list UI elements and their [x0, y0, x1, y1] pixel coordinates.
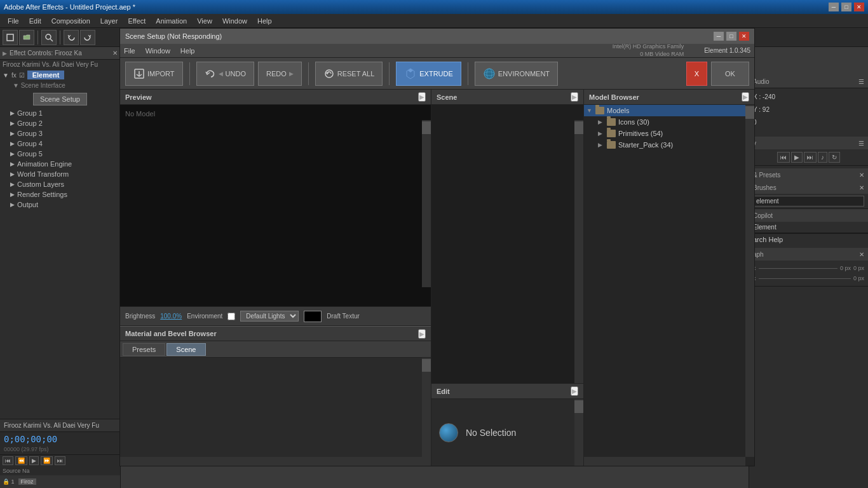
dialog-close[interactable]: ✕: [739, 32, 749, 41]
menu-edit[interactable]: Edit: [24, 16, 46, 26]
toolbar-separator-2: [60, 30, 60, 44]
material-horizontal-scrollbar[interactable]: [120, 457, 422, 466]
maximize-button[interactable]: □: [841, 3, 851, 11]
expand-arrow-2[interactable]: ▼: [13, 82, 21, 89]
dialog-menu-window[interactable]: Window: [146, 47, 170, 55]
environment-button[interactable]: ENVIRONMENT: [475, 62, 558, 86]
environment-label: Environment: [187, 313, 222, 320]
edit-vertical-scrollbar[interactable]: [574, 399, 583, 466]
preview-title: Preview: [125, 93, 152, 101]
render-settings-arrow: ▶: [10, 191, 15, 198]
output-item[interactable]: ▶Output: [0, 200, 120, 210]
menu-layer[interactable]: Layer: [95, 16, 123, 26]
menu-window[interactable]: Window: [217, 16, 252, 26]
model-browser-vertical-scrollbar[interactable]: [745, 105, 754, 457]
transport-start[interactable]: ⏮: [3, 456, 13, 465]
menu-help[interactable]: Help: [252, 16, 277, 26]
x-button[interactable]: X: [686, 62, 707, 86]
pb-next[interactable]: ⏭: [804, 152, 817, 163]
world-transform-item[interactable]: ▶World Transform: [0, 169, 120, 179]
dialog-menu-help[interactable]: Help: [180, 47, 195, 55]
color-swatch[interactable]: [304, 311, 322, 322]
dialog-maximize[interactable]: □: [726, 32, 736, 41]
undo-button[interactable]: ◀ UNDO: [196, 62, 254, 86]
model-tree-starter-pack[interactable]: ▶ Starter_Pack (34): [584, 139, 754, 151]
menu-animation[interactable]: Animation: [151, 16, 192, 26]
group-2-arrow: ▶: [10, 120, 15, 126]
expand-arrow[interactable]: ▼: [3, 72, 9, 79]
custom-layers-item[interactable]: ▶Custom Layers: [0, 179, 120, 189]
material-expand-button[interactable]: ▶: [418, 329, 426, 339]
group-5-arrow: ▶: [10, 151, 15, 157]
render-settings-item[interactable]: ▶Render Settings: [0, 189, 120, 200]
animation-engine-item[interactable]: ▶Animation Engine: [0, 159, 120, 169]
ok-button[interactable]: OK: [711, 62, 749, 86]
transport-play[interactable]: ▶: [29, 456, 39, 465]
group-2-item[interactable]: ▶Group 2: [0, 118, 120, 128]
menu-composition[interactable]: Composition: [46, 16, 95, 26]
close-button[interactable]: ✕: [854, 3, 864, 11]
transport-next-frame[interactable]: ⏩: [41, 456, 53, 465]
menu-file[interactable]: File: [3, 16, 24, 26]
scene-expand-button[interactable]: ▶: [571, 92, 578, 102]
pb-start[interactable]: ⏮: [777, 152, 790, 163]
effects-presets-header: & Presets ✕: [749, 168, 868, 181]
lights-select[interactable]: Default Lights Custom None: [240, 311, 299, 322]
pb-loop[interactable]: ↻: [829, 152, 840, 163]
extrude-button[interactable]: EXTRUDE: [396, 62, 461, 86]
toolbar-open[interactable]: [19, 30, 34, 45]
transport-end[interactable]: ⏭: [55, 456, 65, 465]
toolbar-new[interactable]: [3, 30, 18, 45]
reset-all-button[interactable]: RESET ALL: [315, 62, 383, 86]
model-browser-horizontal-scrollbar[interactable]: [584, 457, 745, 466]
transport-prev-frame[interactable]: ⏪: [15, 456, 27, 465]
toolbar-undo[interactable]: [64, 30, 79, 45]
menu-effect[interactable]: Effect: [123, 16, 151, 26]
redo-button[interactable]: REDO ▶: [258, 62, 302, 86]
pb-audio[interactable]: ♪: [818, 152, 827, 163]
brushes-close[interactable]: ✕: [859, 184, 864, 191]
no-model-text: No Model: [125, 110, 155, 118]
dialog-minimize[interactable]: ─: [714, 32, 724, 41]
toolbar-separator-1: [37, 30, 38, 44]
svg-point-1: [46, 34, 51, 39]
audio-menu-icon[interactable]: ☰: [858, 78, 864, 85]
toolbar-sep-4: [468, 62, 468, 85]
group-3-item[interactable]: ▶Group 3: [0, 128, 120, 139]
tab-scene[interactable]: Scene: [166, 343, 205, 356]
tab-presets[interactable]: Presets: [123, 343, 165, 356]
edit-expand-button[interactable]: ▶: [571, 386, 578, 396]
toolbar-sep-2: [308, 62, 309, 85]
group-1-item[interactable]: ▶Group 1: [0, 108, 120, 118]
element-search-input[interactable]: [753, 196, 864, 207]
scene-title: Scene: [437, 93, 457, 101]
pb-play[interactable]: ▶: [791, 152, 803, 163]
viewer-menu-icon[interactable]: ☰: [858, 140, 864, 147]
import-button[interactable]: IMPORT: [125, 62, 183, 86]
scene-setup-button[interactable]: Scene Setup: [33, 93, 87, 105]
toolbar-search[interactable]: [41, 30, 57, 45]
toolbar-redo[interactable]: [80, 30, 95, 45]
model-browser-expand-button[interactable]: ▶: [742, 92, 749, 102]
presets-close[interactable]: ✕: [859, 172, 864, 179]
model-tree-models[interactable]: ▼ Models: [584, 105, 754, 116]
material-vertical-scrollbar[interactable]: [422, 358, 431, 466]
environment-checkbox[interactable]: [227, 313, 235, 320]
brightness-value[interactable]: 100.0%: [160, 313, 182, 320]
graph-close[interactable]: ✕: [859, 251, 864, 258]
dialog-title-text: Scene Setup (Not Responding): [125, 32, 222, 40]
menu-view[interactable]: View: [192, 16, 217, 26]
preview-expand-button[interactable]: ▶: [418, 92, 426, 102]
preview-vertical-scrollbar[interactable]: [422, 120, 431, 287]
dialog-title-controls: ─ □ ✕: [714, 32, 749, 41]
effect-controls-close[interactable]: ✕: [112, 50, 118, 57]
model-tree-icons[interactable]: ▶ Icons (30): [584, 116, 754, 128]
dialog-menu-file[interactable]: File: [124, 47, 135, 55]
minimize-button[interactable]: ─: [829, 3, 839, 11]
model-tree-primitives[interactable]: ▶ Primitives (54): [584, 128, 754, 139]
group-5-item[interactable]: ▶Group 5: [0, 149, 120, 159]
graph-values: x 0 px 0 px x 0 px: [749, 261, 868, 286]
group-4-item[interactable]: ▶Group 4: [0, 139, 120, 149]
dialog-title-bar: Scene Setup (Not Responding) ─ □ ✕: [120, 29, 754, 44]
svg-rect-0: [7, 34, 13, 41]
